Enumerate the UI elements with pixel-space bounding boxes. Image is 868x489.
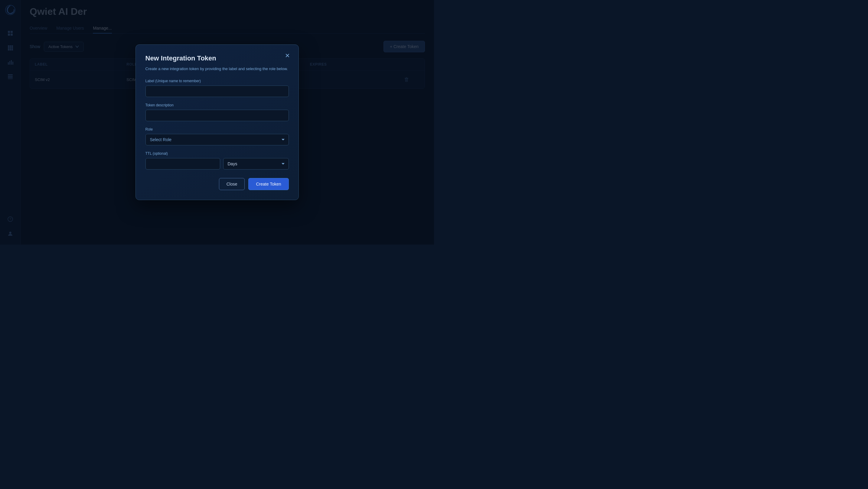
modal-description: Create a new integration token by provid… (146, 66, 289, 72)
role-field-group: Role Select Role Admin Read Only SCIM (146, 127, 289, 145)
role-select[interactable]: Select Role Admin Read Only SCIM (146, 134, 289, 145)
modal-dialog: New Integration Token Create a new integ… (135, 44, 299, 200)
ttl-field-group: TTL (optional) Days Hours Minutes (146, 152, 289, 169)
modal-title: New Integration Token (146, 55, 289, 62)
modal-close-button[interactable]: ✕ (283, 51, 292, 60)
ttl-row: Days Hours Minutes (146, 158, 289, 169)
description-field-group: Token description (146, 103, 289, 121)
modal-create-btn[interactable]: Create Token (248, 178, 288, 190)
role-field-label: Role (146, 127, 289, 131)
modal-overlay: New Integration Token Create a new integ… (0, 0, 434, 244)
ttl-unit-wrapper: Days Hours Minutes (223, 158, 289, 169)
description-field-label: Token description (146, 103, 289, 107)
label-input[interactable] (146, 86, 289, 97)
modal-close-btn[interactable]: Close (219, 178, 245, 190)
description-input[interactable] (146, 110, 289, 121)
ttl-field-label: TTL (optional) (146, 152, 289, 156)
modal-footer: Close Create Token (146, 178, 289, 190)
ttl-value-input[interactable] (146, 158, 220, 169)
label-field-group: Label (Unique name to remember) (146, 79, 289, 97)
role-select-wrapper: Select Role Admin Read Only SCIM (146, 134, 289, 145)
ttl-unit-select[interactable]: Days Hours Minutes (223, 158, 289, 169)
label-field-label: Label (Unique name to remember) (146, 79, 289, 83)
